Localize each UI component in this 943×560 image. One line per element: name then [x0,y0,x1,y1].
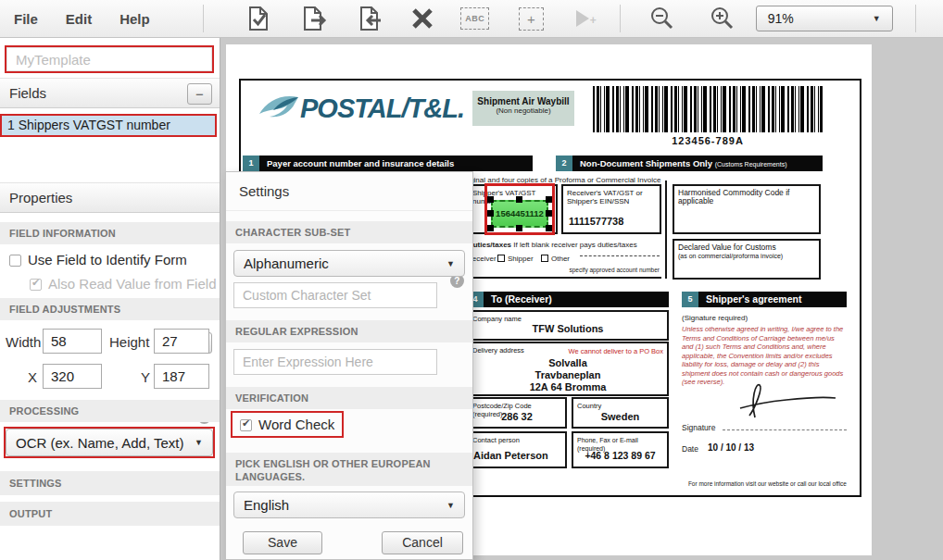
custom-character-set-input[interactable] [233,282,437,308]
menu-edit[interactable]: Edit [52,11,106,27]
settings-dialog: Settings CHARACTER SUB-SET ? Alphanumeri… [225,171,473,560]
verification-header: VERIFICATION ? [226,387,472,409]
properties-panel-header: Properties − [0,182,220,213]
field-information-header: FIELD INFORMATION ? [0,222,220,244]
signature-line [723,429,847,430]
field-list-item-selected[interactable]: 1 Shippers VATGST number [0,114,217,137]
contact-person-label: Contact person [469,433,565,444]
specify-account-label: specify approved account number [567,267,660,273]
footer-note: For more information visit our website o… [663,480,847,487]
toolbar-separator [203,5,204,32]
zoom-level-value: 91% [768,11,794,26]
template-name-input[interactable] [6,47,212,71]
receiver-vat-value: 1111577738 [569,216,623,227]
validate-template-icon[interactable] [243,4,274,33]
x-input[interactable] [43,364,102,389]
language-dropdown[interactable]: English ▼ [233,492,465,518]
other-checkbox[interactable] [541,255,548,262]
fields-panel-header: Fields − [0,78,220,108]
run-test-icon: + [571,4,602,33]
word-check-checkbox[interactable] [240,419,252,431]
delete-icon[interactable] [407,4,438,33]
date-label: Date [682,444,698,454]
expression-input[interactable] [233,349,437,375]
character-subset-dropdown[interactable]: Alphanumeric ▼ [233,250,465,277]
character-subset-title: CHARACTER SUB-SET [235,227,350,238]
zoom-level-dropdown[interactable]: 91% ▼ [756,6,893,31]
use-field-label: Use Field to Identify Form [28,252,187,268]
waybill-title: Shipment Air Waybill [472,96,574,106]
left-sidebar: Fields − 1 Shippers VATGST number Proper… [0,38,220,560]
also-read-checkbox-row: Also Read Value from Field [30,276,216,292]
template-name-highlight [5,45,214,73]
address-line: Travbaneplan [469,369,667,381]
properties-panel-title: Properties [9,190,72,205]
agreement-title: Shipper's agreement [698,292,847,307]
height-label: Height [109,334,149,350]
section-2-title-main: Non-Document Shipments Only [580,158,715,168]
address-line: 12A 64 Bromma [469,381,667,393]
country-label: Country [573,399,667,410]
word-check-highlight: Word Check [231,411,344,438]
company-name-box: Company name TFW Solutions [467,310,669,341]
signature-required-note: (Signature required) [682,314,748,322]
zoom-out-icon[interactable] [647,4,678,33]
processing-dropdown[interactable]: OCR (ex. Name, Add, Text) ▼ [6,429,213,456]
logo-text: POSTAL/T&L. [300,93,464,124]
postcode-box: Postcode/Zip Code (required) 286 32 [467,397,567,429]
postcode-value: 286 32 [469,411,565,422]
declared-value-box: Declared Value for Customs (as on commer… [673,239,821,280]
export-template-icon[interactable] [299,4,331,33]
other-option-label: Other [551,255,570,263]
height-input[interactable] [154,329,209,354]
width-input[interactable] [43,329,102,354]
character-subset-value: Alphanumeric [244,255,329,271]
output-section-title: OUTPUT [9,508,52,519]
settings-section-header[interactable]: SETTINGS ❯ [0,471,220,495]
barcode [593,86,823,132]
po-box-note: We cannot deliver to a PO Box [569,347,663,355]
cancel-button[interactable]: Cancel [382,531,463,554]
language-header: PICK ENGLISH OR OTHER EUROPEAN LANGUAGES… [226,453,472,486]
section-1-title: Payer account number and insurance detai… [259,156,533,171]
ocr-text-field-icon[interactable]: ABC [459,4,491,33]
zoom-in-icon[interactable] [707,4,738,33]
receiver-vat-label: Receiver's VAT/GST or Shipper's EIN/SSN [563,186,660,205]
field-highlight-red-box [484,183,555,235]
section-2-title-sub: (Customs Requirements) [715,161,787,168]
settings-section-title: SETTINGS [9,478,62,489]
add-field-icon[interactable]: + [516,4,547,33]
signature-label: Signature [682,423,715,432]
field-adjustments-header: FIELD ADJUSTMENTS ? [0,298,220,320]
word-check-label: Word Check [258,417,334,432]
output-section-header[interactable]: OUTPUT ❯ [0,502,220,526]
shipper-checkbox[interactable] [497,255,505,262]
also-read-checkbox [30,279,42,291]
import-template-icon[interactable] [354,4,385,33]
regular-expression-header: REGULAR EXPRESSION ? [226,320,472,342]
menu-file[interactable]: File [0,11,52,27]
regular-expression-title: REGULAR EXPRESSION [235,326,358,337]
verification-title: VERIFICATION [235,392,308,404]
processing-title: PROCESSING [9,405,79,417]
y-input[interactable] [154,364,209,389]
delivery-address-box: Delivery address We cannot deliver to a … [467,342,669,396]
to-receiver-header: 4 To (Receiver) [467,292,669,307]
language-value: English [244,497,289,513]
toolbar: File Edit Help ABC + + 91% ▼ [0,0,943,38]
declared-value-label: Declared Value for Customs [674,241,819,252]
section-2-header: 2 Non-Document Shipments Only (Customs R… [556,156,823,171]
agreement-text: Unless otherwise agreed in writing, I/we… [682,325,847,387]
receiver-vat-box: Receiver's VAT/GST or Shipper's EIN/SSN … [561,184,661,234]
toolbar-separator [915,5,916,32]
settings-dialog-title: Settings [226,172,472,211]
use-field-checkbox[interactable] [9,255,21,267]
use-field-checkbox-row[interactable]: Use Field to Identify Form [9,252,187,268]
menu-help[interactable]: Help [106,11,164,27]
fields-collapse-button[interactable]: − [187,83,212,105]
chevron-down-icon: ▼ [873,14,881,23]
commodity-code-label: Harmonised Commodity Code if applicable [674,186,819,205]
postal-logo: POSTAL/T&L. [258,92,464,125]
fields-panel-title: Fields [9,85,46,101]
save-button[interactable]: Save [243,531,322,554]
